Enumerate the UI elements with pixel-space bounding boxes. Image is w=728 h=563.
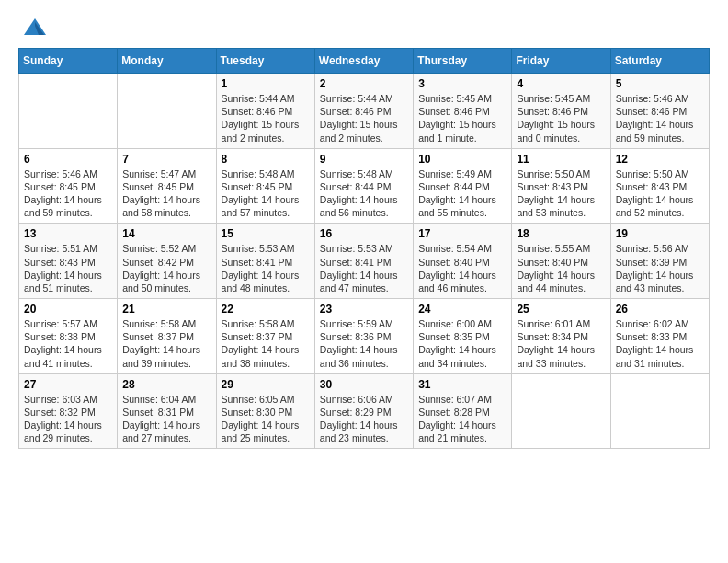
day-info: Sunrise: 5:58 AMSunset: 8:37 PMDaylight:… bbox=[222, 317, 310, 370]
day-info: Sunrise: 5:44 AMSunset: 8:46 PMDaylight:… bbox=[320, 92, 408, 144]
calendar-header: SundayMondayTuesdayWednesdayThursdayFrid… bbox=[19, 49, 710, 74]
header bbox=[18, 15, 710, 40]
day-number: 20 bbox=[24, 303, 112, 316]
day-number: 3 bbox=[418, 77, 506, 90]
day-info: Sunrise: 5:45 AMSunset: 8:46 PMDaylight:… bbox=[517, 92, 605, 144]
day-number: 21 bbox=[122, 303, 210, 316]
day-number: 6 bbox=[24, 153, 112, 166]
calendar-cell: 11Sunrise: 5:50 AMSunset: 8:43 PMDayligh… bbox=[512, 148, 610, 224]
calendar-cell: 27Sunrise: 6:03 AMSunset: 8:32 PMDayligh… bbox=[19, 373, 118, 449]
calendar-cell: 14Sunrise: 5:52 AMSunset: 8:42 PMDayligh… bbox=[118, 224, 216, 299]
day-number: 15 bbox=[222, 227, 310, 240]
day-number: 10 bbox=[418, 153, 506, 166]
day-info: Sunrise: 5:59 AMSunset: 8:36 PMDaylight:… bbox=[320, 317, 408, 370]
day-info: Sunrise: 5:58 AMSunset: 8:37 PMDaylight:… bbox=[122, 317, 210, 370]
day-number: 23 bbox=[320, 303, 408, 316]
calendar-cell: 19Sunrise: 5:56 AMSunset: 8:39 PMDayligh… bbox=[610, 224, 709, 299]
calendar-cell: 18Sunrise: 5:55 AMSunset: 8:40 PMDayligh… bbox=[512, 224, 610, 299]
calendar-cell: 5Sunrise: 5:46 AMSunset: 8:46 PMDaylight… bbox=[610, 74, 709, 149]
day-info: Sunrise: 5:52 AMSunset: 8:42 PMDaylight:… bbox=[122, 242, 210, 294]
header-saturday: Saturday bbox=[610, 49, 709, 74]
calendar-cell: 17Sunrise: 5:54 AMSunset: 8:40 PMDayligh… bbox=[414, 224, 512, 299]
header-thursday: Thursday bbox=[414, 49, 512, 74]
calendar-week-5: 27Sunrise: 6:03 AMSunset: 8:32 PMDayligh… bbox=[19, 373, 710, 449]
calendar-cell: 20Sunrise: 5:57 AMSunset: 8:38 PMDayligh… bbox=[19, 299, 118, 374]
day-number: 30 bbox=[320, 378, 408, 391]
day-info: Sunrise: 5:48 AMSunset: 8:45 PMDaylight:… bbox=[222, 167, 310, 220]
header-friday: Friday bbox=[512, 49, 610, 74]
day-info: Sunrise: 5:50 AMSunset: 8:43 PMDaylight:… bbox=[616, 167, 704, 220]
calendar-table: SundayMondayTuesdayWednesdayThursdayFrid… bbox=[18, 48, 710, 449]
day-number: 31 bbox=[418, 378, 506, 391]
day-number: 12 bbox=[616, 153, 704, 166]
day-number: 18 bbox=[517, 227, 605, 240]
day-info: Sunrise: 5:56 AMSunset: 8:39 PMDaylight:… bbox=[616, 242, 704, 294]
day-info: Sunrise: 5:53 AMSunset: 8:41 PMDaylight:… bbox=[320, 242, 408, 294]
day-number: 2 bbox=[320, 77, 408, 90]
calendar-cell bbox=[512, 373, 610, 449]
day-info: Sunrise: 5:54 AMSunset: 8:40 PMDaylight:… bbox=[418, 242, 506, 294]
day-info: Sunrise: 5:55 AMSunset: 8:40 PMDaylight:… bbox=[517, 242, 605, 294]
header-monday: Monday bbox=[118, 49, 216, 74]
calendar-cell: 28Sunrise: 6:04 AMSunset: 8:31 PMDayligh… bbox=[118, 373, 216, 449]
calendar-cell: 23Sunrise: 5:59 AMSunset: 8:36 PMDayligh… bbox=[314, 299, 413, 374]
day-number: 1 bbox=[222, 77, 310, 90]
day-info: Sunrise: 6:00 AMSunset: 8:35 PMDaylight:… bbox=[418, 317, 506, 370]
day-info: Sunrise: 5:51 AMSunset: 8:43 PMDaylight:… bbox=[24, 242, 112, 294]
day-number: 4 bbox=[517, 77, 605, 90]
day-number: 8 bbox=[222, 153, 310, 166]
calendar-cell: 3Sunrise: 5:45 AMSunset: 8:46 PMDaylight… bbox=[414, 74, 512, 149]
day-number: 28 bbox=[122, 378, 210, 391]
day-info: Sunrise: 6:04 AMSunset: 8:31 PMDaylight:… bbox=[122, 393, 210, 445]
day-number: 25 bbox=[517, 303, 605, 316]
header-tuesday: Tuesday bbox=[216, 49, 314, 74]
day-number: 19 bbox=[616, 227, 704, 240]
day-info: Sunrise: 5:57 AMSunset: 8:38 PMDaylight:… bbox=[24, 317, 112, 370]
calendar-cell: 15Sunrise: 5:53 AMSunset: 8:41 PMDayligh… bbox=[216, 224, 314, 299]
calendar-cell: 25Sunrise: 6:01 AMSunset: 8:34 PMDayligh… bbox=[512, 299, 610, 374]
calendar-cell: 2Sunrise: 5:44 AMSunset: 8:46 PMDaylight… bbox=[314, 74, 413, 149]
logo-icon bbox=[22, 15, 48, 40]
day-number: 27 bbox=[24, 378, 112, 391]
calendar-cell bbox=[610, 373, 709, 449]
day-info: Sunrise: 6:07 AMSunset: 8:28 PMDaylight:… bbox=[418, 393, 506, 445]
day-info: Sunrise: 5:49 AMSunset: 8:44 PMDaylight:… bbox=[418, 167, 506, 220]
day-info: Sunrise: 5:50 AMSunset: 8:43 PMDaylight:… bbox=[517, 167, 605, 220]
day-number: 11 bbox=[517, 153, 605, 166]
calendar-cell: 8Sunrise: 5:48 AMSunset: 8:45 PMDaylight… bbox=[216, 148, 314, 224]
calendar-cell: 26Sunrise: 6:02 AMSunset: 8:33 PMDayligh… bbox=[610, 299, 709, 374]
day-info: Sunrise: 6:03 AMSunset: 8:32 PMDaylight:… bbox=[24, 393, 112, 445]
day-number: 29 bbox=[222, 378, 310, 391]
calendar-week-4: 20Sunrise: 5:57 AMSunset: 8:38 PMDayligh… bbox=[19, 299, 710, 374]
day-info: Sunrise: 5:46 AMSunset: 8:45 PMDaylight:… bbox=[24, 167, 112, 220]
day-number: 24 bbox=[418, 303, 506, 316]
day-number: 7 bbox=[122, 153, 210, 166]
day-number: 22 bbox=[222, 303, 310, 316]
day-number: 26 bbox=[616, 303, 704, 316]
day-info: Sunrise: 6:06 AMSunset: 8:29 PMDaylight:… bbox=[320, 393, 408, 445]
day-info: Sunrise: 5:45 AMSunset: 8:46 PMDaylight:… bbox=[418, 92, 506, 144]
calendar-cell: 6Sunrise: 5:46 AMSunset: 8:45 PMDaylight… bbox=[19, 148, 118, 224]
header-wednesday: Wednesday bbox=[314, 49, 413, 74]
calendar-cell: 16Sunrise: 5:53 AMSunset: 8:41 PMDayligh… bbox=[314, 224, 413, 299]
day-info: Sunrise: 5:44 AMSunset: 8:46 PMDaylight:… bbox=[222, 92, 310, 144]
calendar-cell: 9Sunrise: 5:48 AMSunset: 8:44 PMDaylight… bbox=[314, 148, 413, 224]
calendar-cell: 29Sunrise: 6:05 AMSunset: 8:30 PMDayligh… bbox=[216, 373, 314, 449]
calendar-cell: 4Sunrise: 5:45 AMSunset: 8:46 PMDaylight… bbox=[512, 74, 610, 149]
day-info: Sunrise: 6:05 AMSunset: 8:30 PMDaylight:… bbox=[222, 393, 310, 445]
day-number: 17 bbox=[418, 227, 506, 240]
logo bbox=[18, 15, 48, 40]
day-info: Sunrise: 5:47 AMSunset: 8:45 PMDaylight:… bbox=[122, 167, 210, 220]
calendar-cell: 7Sunrise: 5:47 AMSunset: 8:45 PMDaylight… bbox=[118, 148, 216, 224]
day-info: Sunrise: 6:02 AMSunset: 8:33 PMDaylight:… bbox=[616, 317, 704, 370]
calendar-cell bbox=[19, 74, 118, 149]
calendar-week-2: 6Sunrise: 5:46 AMSunset: 8:45 PMDaylight… bbox=[19, 148, 710, 224]
day-number: 14 bbox=[122, 227, 210, 240]
header-sunday: Sunday bbox=[19, 49, 118, 74]
day-number: 16 bbox=[320, 227, 408, 240]
calendar-cell: 12Sunrise: 5:50 AMSunset: 8:43 PMDayligh… bbox=[610, 148, 709, 224]
calendar-week-3: 13Sunrise: 5:51 AMSunset: 8:43 PMDayligh… bbox=[19, 224, 710, 299]
calendar-cell: 1Sunrise: 5:44 AMSunset: 8:46 PMDaylight… bbox=[216, 74, 314, 149]
day-info: Sunrise: 5:48 AMSunset: 8:44 PMDaylight:… bbox=[320, 167, 408, 220]
calendar-week-1: 1Sunrise: 5:44 AMSunset: 8:46 PMDaylight… bbox=[19, 74, 710, 149]
